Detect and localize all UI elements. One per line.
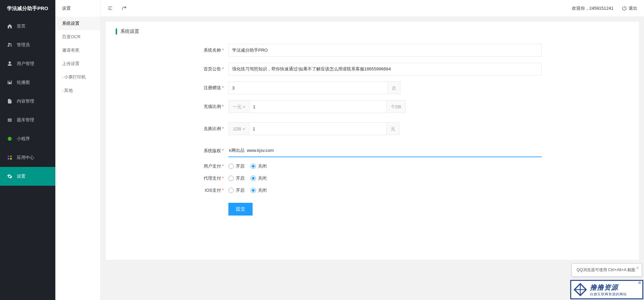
chevron-right-icon: › [62,75,63,79]
nav-label: 设置 [17,173,25,179]
app-logo: 学法减分助手PRO [0,0,55,17]
system-name-input[interactable] [228,44,542,57]
nav-apps[interactable]: 应用中心 [0,148,55,167]
label-ios-pay: IOS支付* [196,187,228,193]
svg-rect-4 [10,158,12,160]
toast-text: QQ浏览器可使用 Ctrl+Alt+A 截图 [577,267,635,272]
radio-label: 关闭 [258,163,267,169]
settings-card: 系统设置 系统名称* 首页公告* 注册赠送* 次 [106,22,639,260]
user-pay-on-radio[interactable]: 开启 [228,163,245,169]
miniapp-icon [7,136,13,142]
home-notice-input[interactable] [228,63,542,75]
label-system-name: 系统名称* [196,47,228,53]
exchange-prefix: 1DB = [228,122,249,135]
logout-label: 退出 [629,5,637,11]
apps-icon [7,155,13,161]
watermark-logo-icon [573,283,587,297]
content-icon [7,98,13,104]
recharge-prefix: 一元 = [228,100,249,113]
label-agent-pay: 代理支付* [196,175,228,181]
recharge-unit: 个DB [387,100,406,113]
recharge-value-input[interactable] [249,100,387,113]
agent-pay-off-radio[interactable]: 关闭 [251,175,267,181]
subnav-label: 小票打印机 [64,74,86,79]
browser-toast: × QQ浏览器可使用 Ctrl+Alt+A 截图 [572,263,642,277]
nav-label: 应用中心 [17,155,34,161]
radio-label: 关闭 [258,187,267,193]
chevron-right-icon: › [62,89,63,93]
logout-button[interactable]: 退出 [622,5,637,11]
subnav-printer[interactable]: ›小票打印机 [55,70,100,84]
admin-icon [7,42,13,48]
radio-label: 开启 [236,163,245,169]
svg-rect-2 [10,156,12,157]
nav-label: 内容管理 [17,98,34,104]
watermark-subtitle: 白嫖互联网资源的网站 [590,292,627,297]
subnav-baidu-ocr[interactable]: 百度OCR [55,30,100,44]
svg-point-0 [8,137,12,141]
watermark-badge: 撸撸资源 白嫖互联网资源的网站 ® [570,280,643,299]
radio-label: 开启 [236,175,245,181]
nav-miniapp[interactable]: 小程序 [0,129,55,148]
nav-label: 小程序 [17,136,30,142]
exchange-unit: 元 [387,122,399,135]
nav-user[interactable]: 用户管理 [0,54,55,73]
subnav-system-settings[interactable]: 系统设置 [55,17,100,30]
subnav-label: 其他 [64,88,73,93]
nav-question[interactable]: 题库管理 [0,111,55,129]
power-icon [622,5,627,11]
nav-admin[interactable]: 管理员 [0,36,55,54]
home-icon [7,23,13,29]
gear-icon [7,173,13,179]
topbar: 欢迎你，2459151241 退出 [101,0,644,17]
label-home-notice: 首页公告* [196,66,228,72]
copyright-input[interactable] [228,144,542,157]
radio-label: 开启 [236,187,245,193]
nav-settings[interactable]: 设置 [0,167,55,186]
nav-label: 管理员 [17,42,30,48]
user-icon [7,61,13,67]
label-recharge-ratio: 充值比例* [196,104,228,110]
label-copyright: 系统版权* [196,148,228,154]
user-pay-off-radio[interactable]: 关闭 [251,163,267,169]
question-icon [7,117,13,123]
svg-rect-1 [8,156,9,157]
welcome-text: 欢迎你，2459151241 [572,5,613,11]
collapse-menu-icon[interactable] [107,5,113,11]
main-sidebar: 学法减分助手PRO 首页 管理员 用户管理 轮播图 内容管理 [0,0,55,300]
register-gift-unit: 次 [388,81,400,94]
nav-content[interactable]: 内容管理 [0,92,55,111]
label-exchange-ratio: 兑换比例* [196,126,228,132]
label-user-pay: 用户支付* [196,163,228,169]
subnav-other[interactable]: ›其他 [55,84,100,97]
radio-label: 关闭 [258,175,267,181]
nav-label: 用户管理 [17,61,34,67]
nav-home[interactable]: 首页 [0,17,55,36]
ios-pay-on-radio[interactable]: 开启 [228,187,245,193]
nav-carousel[interactable]: 轮播图 [0,73,55,92]
agent-pay-on-radio[interactable]: 开启 [228,175,245,181]
watermark-registered: ® [638,281,641,285]
refresh-icon[interactable] [121,5,127,11]
subnav-upload[interactable]: 上传设置 [55,57,100,70]
submit-button[interactable]: 提交 [228,203,253,216]
ios-pay-off-radio[interactable]: 关闭 [251,187,267,193]
carousel-icon [7,79,13,85]
watermark-title: 撸撸资源 [590,283,627,292]
register-gift-input[interactable] [228,81,388,94]
nav-label: 首页 [17,23,25,29]
svg-rect-3 [8,158,9,160]
nav-label: 题库管理 [17,117,34,123]
close-icon[interactable]: × [636,265,639,271]
card-title: 系统设置 [116,28,629,35]
subnav-invite[interactable]: 邀请有奖 [55,44,100,57]
sub-sidebar: 设置 系统设置 百度OCR 邀请有奖 上传设置 ›小票打印机 ›其他 [55,0,101,300]
label-register-gift: 注册赠送* [196,85,228,91]
nav-label: 轮播图 [17,79,30,85]
sub-sidebar-title: 设置 [55,0,100,17]
exchange-value-input[interactable] [249,122,387,135]
